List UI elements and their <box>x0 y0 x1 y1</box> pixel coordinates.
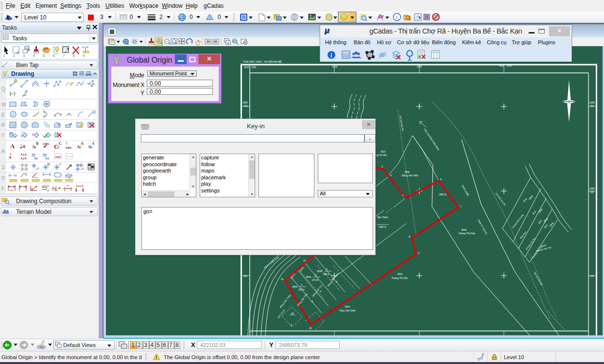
svg-text:CƠT+CLN: CƠT+CLN <box>277 309 285 319</box>
svg-text:150: 150 <box>251 66 257 69</box>
svg-text:3: 3 <box>315 274 316 277</box>
svg-text:BHK: BHK <box>538 219 543 224</box>
svg-text:Triệu Văn Nhết: Triệu Văn Nhết <box>339 309 356 312</box>
svg-text:a: a <box>291 323 292 326</box>
svg-text:PĐ4l HUYỆN PHẮC NAM: PĐ4l HUYỆN PHẮC NAM <box>423 128 440 151</box>
svg-text:6: 6 <box>440 178 442 181</box>
svg-text:2: 2 <box>326 268 328 271</box>
svg-text:051: 051 <box>244 105 248 107</box>
svg-text:Hoàng Thị Hợp: Hoàng Thị Hợp <box>459 232 475 235</box>
svg-text:10: 10 <box>309 327 312 329</box>
svg-text:250: 250 <box>417 65 422 68</box>
svg-text:12: 12 <box>303 259 306 262</box>
svg-text:24: 24 <box>291 312 294 315</box>
svg-text:951: 951 <box>243 275 247 277</box>
svg-text:2480: 2480 <box>589 102 595 104</box>
svg-text:Đặng Văn Hiến: Đặng Văn Hiến <box>402 174 418 177</box>
svg-text:(22.9): (22.9) <box>290 273 296 279</box>
svg-text:TỈNH BẮC KẠN , HUYỆN BA BỂ: TỈNH BẮC KẠN , HUYỆN BA BỂ <box>243 60 282 63</box>
svg-text:175.9: 175.9 <box>538 208 543 214</box>
svg-text:11: 11 <box>281 277 283 280</box>
svg-text:5: 5 <box>402 194 404 197</box>
svg-text:118.8: 118.8 <box>549 222 554 228</box>
svg-text:Văn Thiện: Văn Thiện <box>377 216 388 219</box>
svg-text:8: 8 <box>409 235 410 238</box>
svg-text:Dương Thị Thu: Dương Thị Thu <box>525 237 536 250</box>
svg-text:BHK: BHK <box>306 276 311 278</box>
svg-text:150: 150 <box>590 275 594 277</box>
svg-text:422: 422 <box>244 66 249 69</box>
svg-text:3: 3 <box>381 165 383 168</box>
svg-text:a: a <box>320 290 321 293</box>
svg-text:2480: 2480 <box>242 102 248 104</box>
svg-text:272.8: 272.8 <box>312 278 318 281</box>
svg-text:RSX: RSX <box>381 151 385 153</box>
svg-text:379.6: 379.6 <box>298 288 305 291</box>
svg-text:Hoàng Thị Vân: Hoàng Thị Vân <box>392 277 408 279</box>
svg-text:BHK: BHK <box>405 171 410 173</box>
svg-text:100: 100 <box>590 191 594 193</box>
svg-text:BHK: BHK <box>293 285 298 288</box>
svg-text:100: 100 <box>507 64 512 67</box>
svg-text:PĐ4l TT Chợ Rã: PĐ4l TT Chợ Rã <box>477 219 488 235</box>
svg-text:a: a <box>311 300 313 303</box>
svg-text:PĐ4l.125BB: PĐ4l.125BB <box>461 185 469 196</box>
svg-text:2387.8: 2387.8 <box>379 225 386 228</box>
svg-text:192.5: 192.5 <box>528 194 534 200</box>
svg-text:210: 210 <box>332 65 338 68</box>
svg-text:BHK: BHK <box>532 210 537 215</box>
svg-text:2480: 2480 <box>589 188 595 190</box>
svg-text:280.2: 280.2 <box>323 273 329 276</box>
svg-text:BHK: BHK <box>544 224 549 228</box>
svg-text:Chỉ Giới thu hồi: Chỉ Giới thu hồi <box>533 271 543 286</box>
svg-text:RSX: RSX <box>345 305 350 308</box>
svg-text:Hoàng Văn Giang: Hoàng Văn Giang <box>512 214 524 229</box>
svg-text:Mông Văn Thái: Mông Văn Thái <box>297 293 308 307</box>
svg-text:i: i <box>396 14 397 20</box>
svg-text:9: 9 <box>418 252 419 255</box>
svg-text:150: 150 <box>590 105 594 107</box>
svg-text:171.8: 171.8 <box>543 217 549 223</box>
svg-text:4: 4 <box>390 174 392 177</box>
svg-text:422: 422 <box>499 64 504 67</box>
svg-text:BHK: BHK <box>523 197 528 202</box>
svg-text:BHK: BHK <box>541 244 546 247</box>
svg-text:4: 4 <box>301 283 302 286</box>
svg-text:7: 7 <box>460 205 462 208</box>
svg-text:RSX: RSX <box>397 273 403 276</box>
svg-text:Chỉ Giới thu hồi: Chỉ Giới thu hồi <box>399 115 404 131</box>
svg-text:ng Thị Vân: ng Thị Vân <box>376 154 387 156</box>
svg-text:Mông Văn Thiệp: Mông Văn Thiệp <box>279 294 292 309</box>
svg-text:BHK: BHK <box>317 270 323 273</box>
svg-text:(383.5): (383.5) <box>439 193 447 196</box>
svg-text:Dương Văn Thọ: Dương Văn Thọ <box>536 246 552 252</box>
svg-text:BHK: BHK <box>462 228 467 231</box>
svg-text:a: a <box>336 280 337 283</box>
svg-text:Chỉ Giới thu hồi: Chỉ Giới thu hồi <box>495 192 506 206</box>
svg-text:Mông Văn Thu: Mông Văn Thu <box>312 284 323 297</box>
